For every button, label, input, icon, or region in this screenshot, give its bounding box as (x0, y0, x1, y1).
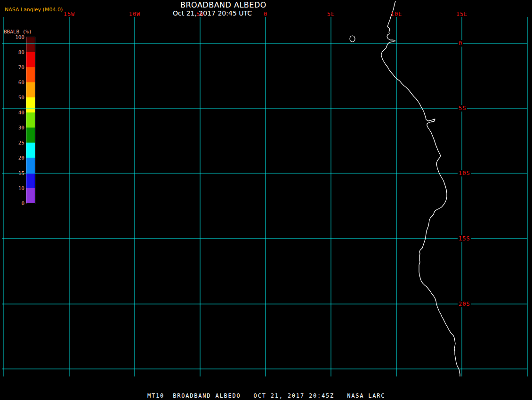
latitude-label-20S: 20S (458, 301, 471, 307)
longitude-label-10E: 10E (391, 11, 403, 17)
footer-caption: MT10 BROADBAND ALBEDO OCT 21, 2017 20:45… (147, 392, 385, 399)
latitude-label-15S: 15S (458, 235, 471, 242)
longitude-label-0: 0 (264, 11, 267, 17)
graticule-labels: 15W10W5W05E10E15E05S10S15S20S (0, 0, 532, 400)
latitude-label-5S: 5S (458, 105, 467, 112)
latitude-label-10S: 10S (458, 170, 471, 176)
longitude-label-10W: 10W (129, 11, 141, 17)
longitude-label-5E: 5E (327, 11, 335, 17)
longitude-label-15W: 15W (64, 11, 75, 17)
timestamp: Oct 21, 2017 20:45 UTC (173, 9, 252, 17)
latitude-label-0: 0 (458, 40, 463, 47)
albedo-map-screen: 100807060504030252015100 BBALB (%) 15W10… (0, 0, 532, 400)
source-label: NASA Langley (M04.0) (5, 7, 63, 13)
longitude-label-15E: 15E (456, 11, 468, 17)
page-title: BROADBAND ALBEDO (180, 0, 266, 9)
